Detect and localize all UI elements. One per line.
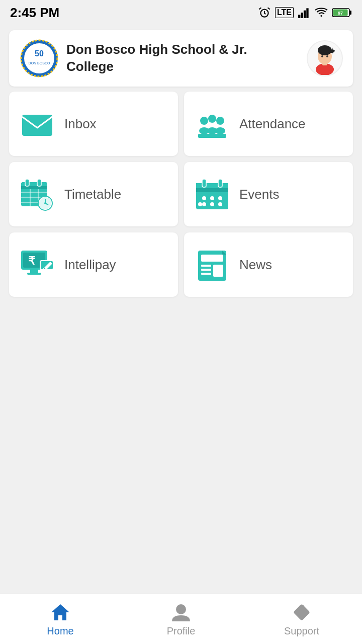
svg-rect-61 — [30, 270, 38, 273]
bottom-nav: Home Profile Support — [0, 594, 362, 644]
intellipay-label: Intellipay — [64, 257, 116, 273]
school-logo: 50 DON BOSCO — [19, 38, 59, 78]
svg-rect-68 — [201, 269, 211, 271]
avatar-icon — [309, 42, 341, 75]
battery-icon: 97 — [332, 7, 352, 18]
svg-point-55 — [210, 202, 214, 206]
news-icon — [194, 247, 230, 283]
menu-grid: Inbox Attendance — [9, 92, 353, 297]
header-left: 50 DON BOSCO Don Bosco High School & Jr.… — [19, 38, 278, 78]
svg-point-23 — [200, 117, 208, 125]
nav-support-label: Support — [284, 625, 319, 637]
svg-rect-29 — [198, 134, 226, 138]
timetable-item[interactable]: Timetable — [9, 162, 178, 226]
svg-point-11 — [24, 43, 54, 73]
svg-point-20 — [321, 55, 323, 57]
svg-rect-32 — [21, 186, 47, 189]
signal-icon — [298, 6, 311, 19]
svg-rect-69 — [201, 273, 211, 275]
svg-rect-66 — [201, 255, 223, 262]
profile-nav-icon — [170, 601, 192, 623]
svg-rect-7 — [349, 11, 351, 15]
svg-point-44 — [44, 202, 46, 204]
avatar — [307, 40, 343, 76]
status-time: 2:45 PM — [10, 5, 59, 21]
svg-point-21 — [326, 55, 328, 57]
svg-rect-49 — [202, 179, 206, 187]
svg-rect-22 — [22, 115, 52, 136]
attendance-icon — [194, 106, 230, 142]
svg-point-54 — [202, 202, 206, 206]
inbox-item[interactable]: Inbox — [9, 92, 178, 156]
svg-point-28 — [215, 127, 225, 134]
header-card: 50 DON BOSCO Don Bosco High School & Jr.… — [9, 30, 353, 87]
timetable-label: Timetable — [64, 187, 121, 202]
svg-point-56 — [218, 202, 222, 206]
svg-point-18 — [318, 45, 332, 55]
svg-rect-1 — [298, 15, 300, 18]
home-nav-icon — [49, 601, 71, 623]
lte-icon: LTE — [275, 7, 294, 18]
svg-rect-67 — [201, 265, 211, 267]
svg-text:97: 97 — [338, 11, 343, 16]
svg-point-52 — [210, 196, 214, 200]
content-area: 50 DON BOSCO Don Bosco High School & Jr.… — [0, 30, 362, 357]
attendance-item[interactable]: Attendance — [184, 92, 353, 156]
svg-point-51 — [202, 196, 206, 200]
status-bar: 2:45 PM LTE 97 — [0, 0, 362, 25]
news-item[interactable]: News — [184, 232, 353, 297]
support-nav-icon — [291, 601, 313, 623]
svg-rect-70 — [213, 265, 223, 277]
intellipay-icon: ₹ — [19, 247, 55, 283]
nav-home[interactable]: Home — [0, 601, 121, 637]
svg-rect-50 — [218, 179, 222, 187]
events-icon — [194, 176, 230, 212]
attendance-label: Attendance — [239, 116, 306, 132]
events-item[interactable]: Events — [184, 162, 353, 226]
school-name: Don Bosco High School & Jr. College — [66, 41, 278, 75]
svg-text:50: 50 — [35, 49, 44, 58]
wifi-icon — [315, 6, 328, 19]
svg-text:DON BOSCO: DON BOSCO — [29, 61, 50, 65]
status-icons: LTE 97 — [258, 6, 352, 19]
svg-point-5 — [320, 15, 322, 17]
svg-rect-4 — [306, 8, 308, 18]
svg-rect-62 — [27, 273, 41, 275]
nav-profile[interactable]: Profile — [121, 601, 241, 637]
svg-rect-3 — [304, 11, 306, 18]
nav-profile-label: Profile — [167, 625, 196, 637]
alarm-icon — [258, 6, 271, 19]
news-label: News — [239, 257, 272, 273]
intellipay-item[interactable]: ₹ Intellipay — [9, 232, 178, 297]
svg-text:₹: ₹ — [28, 255, 36, 267]
events-label: Events — [239, 187, 280, 202]
svg-point-71 — [176, 604, 186, 614]
nav-support[interactable]: Support — [241, 601, 362, 637]
timetable-icon — [19, 176, 55, 212]
svg-point-25 — [216, 117, 224, 125]
nav-home-label: Home — [47, 625, 73, 637]
svg-rect-48 — [196, 188, 228, 192]
envelope-icon — [19, 106, 55, 142]
svg-rect-2 — [301, 13, 303, 18]
svg-point-53 — [218, 196, 222, 200]
svg-rect-73 — [300, 605, 304, 608]
svg-point-24 — [208, 115, 216, 123]
svg-rect-38 — [25, 179, 29, 186]
svg-rect-39 — [37, 179, 41, 186]
inbox-label: Inbox — [64, 116, 97, 132]
svg-point-57 — [198, 202, 202, 206]
